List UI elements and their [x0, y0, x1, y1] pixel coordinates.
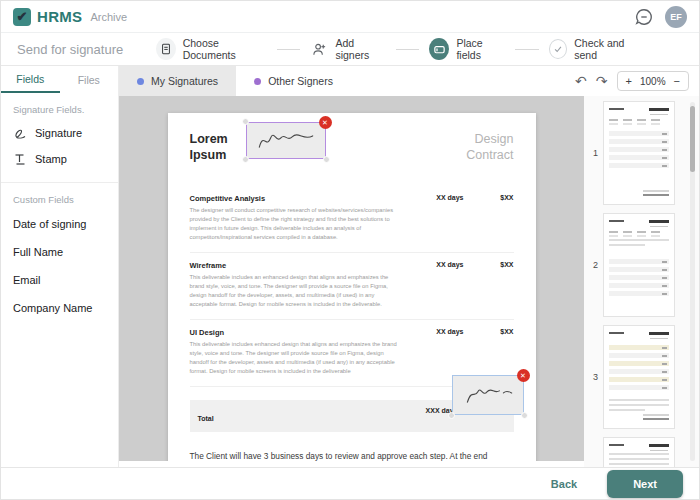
next-button[interactable]: Next — [607, 470, 683, 498]
thumb-meta — [609, 119, 669, 121]
tab-label: My Signatures — [151, 75, 218, 87]
page-thumbnail-preview[interactable] — [603, 213, 675, 317]
tab-fields[interactable]: Fields — [1, 66, 60, 93]
tab-my-signatures[interactable]: My Signatures — [119, 66, 236, 96]
signature-field-my-signature[interactable]: ✕ — [246, 122, 326, 159]
thumb-paragraph — [609, 239, 669, 249]
zoom-level: 100% — [640, 76, 666, 87]
document-subtitle: Design Contract — [452, 131, 514, 164]
document-sections: Competitive Analysis The designer will c… — [190, 186, 514, 387]
step-choose-documents[interactable]: Choose Documents — [156, 37, 267, 61]
resize-handle[interactable] — [448, 412, 455, 419]
field-item-date-of-signing[interactable]: Date of signing — [1, 210, 118, 238]
page-thumbnail-2: 2 — [588, 213, 699, 317]
person-add-icon — [310, 39, 328, 59]
document-header: Lorem Ipsum Design Contract — [190, 131, 514, 164]
section-days: XX days — [436, 328, 463, 335]
signature-field-other-signer[interactable]: ✕ — [452, 375, 524, 415]
step-label: Add signers — [335, 37, 385, 61]
sidebar-divider — [1, 182, 118, 183]
section-days: XX days — [436, 261, 463, 268]
page-title: Send for signature — [17, 42, 156, 57]
page-thumbnail-preview[interactable] — [603, 325, 675, 429]
thumbnails-panel: 1 2 — [584, 96, 699, 467]
section-price: $XX — [500, 261, 513, 268]
delete-signature-icon[interactable]: ✕ — [517, 369, 530, 382]
section-title: Wireframe — [190, 261, 514, 270]
toolbar-controls: ↶ ↷ + 100% − — [575, 66, 699, 96]
section-body: This deliverable includes an enhanced de… — [190, 273, 398, 310]
delete-signature-icon[interactable]: ✕ — [319, 116, 332, 129]
section-title: UI Design — [190, 328, 514, 337]
step-check-and-send[interactable]: Check and send — [549, 37, 643, 61]
thumb-header — [609, 444, 669, 447]
redo-icon[interactable]: ↷ — [596, 74, 608, 88]
stepper: Choose Documents Add signers — [156, 37, 683, 61]
step-connector — [277, 49, 301, 50]
place-fields-icon — [429, 38, 449, 60]
custom-fields-title: Custom Fields — [13, 194, 106, 205]
section-price: $XX — [500, 194, 513, 201]
thumb-header — [609, 220, 669, 223]
resize-handle[interactable] — [323, 156, 330, 163]
field-item-email[interactable]: Email — [1, 266, 118, 294]
document-page: Lorem Ipsum Design Contract ✕ — [168, 113, 536, 461]
step-place-fields[interactable]: Place fields — [429, 37, 505, 61]
app-window: ✔ HRMS Archive EF Send for signature — [0, 0, 700, 500]
page-thumbnail-3: 3 — [588, 325, 699, 429]
total-label: Total — [198, 415, 214, 422]
resize-handle[interactable] — [242, 156, 249, 163]
tab-other-signers[interactable]: Other Signers — [236, 66, 351, 96]
thumbnails-scrollbar-thumb[interactable] — [690, 106, 695, 172]
step-bar: Send for signature Choose Documents — [1, 33, 699, 66]
other-signers-dot-icon — [254, 78, 261, 85]
tab-files[interactable]: Files — [60, 66, 119, 93]
step-add-signers[interactable]: Add signers — [310, 37, 385, 61]
chat-icon[interactable] — [635, 8, 653, 26]
field-item-company-name[interactable]: Company Name — [1, 294, 118, 322]
document-canvas: Lorem Ipsum Design Contract ✕ — [119, 96, 584, 461]
editor-body: Lorem Ipsum Design Contract ✕ — [119, 96, 699, 467]
page-thumbnail-preview[interactable] — [603, 437, 675, 467]
step-connector — [396, 49, 420, 50]
section-days: XX days — [436, 194, 463, 201]
zoom-out-button[interactable]: − — [674, 75, 680, 87]
undo-icon[interactable]: ↶ — [575, 74, 587, 88]
signature-pen-icon — [13, 126, 27, 140]
page-number: 2 — [588, 260, 598, 270]
field-item-label: Signature — [35, 127, 82, 139]
section-price: $XX — [500, 328, 513, 335]
avatar[interactable]: EF — [665, 6, 687, 28]
review-paragraph: The Client will have 3 business days to … — [190, 450, 492, 461]
tab-label: Other Signers — [268, 75, 333, 87]
section-wireframe: Wireframe This deliverable includes an e… — [190, 253, 514, 320]
page-thumbnail-preview[interactable] — [603, 101, 675, 205]
signature-stroke — [247, 123, 325, 158]
back-button[interactable]: Back — [551, 478, 577, 490]
field-item-full-name[interactable]: Full Name — [1, 238, 118, 266]
field-item-signature[interactable]: Signature — [1, 120, 118, 146]
field-item-stamp[interactable]: Stamp — [1, 146, 118, 172]
zoom-control: + 100% − — [617, 71, 689, 91]
zoom-in-button[interactable]: + — [626, 75, 632, 87]
brand-name: HRMS — [37, 8, 82, 25]
document-title: Lorem Ipsum — [190, 131, 242, 164]
field-item-label: Stamp — [35, 153, 67, 165]
thumb-header — [609, 332, 669, 335]
thumb-signature — [643, 190, 669, 198]
topbar-actions: EF — [635, 6, 687, 28]
page-number: 3 — [588, 372, 598, 382]
thumb-table — [609, 131, 669, 171]
sidebar-tabs: Fields Files — [1, 66, 118, 93]
step-label: Check and send — [574, 37, 643, 61]
thumb-meta — [609, 231, 669, 233]
resize-handle[interactable] — [242, 118, 249, 125]
section-competitive-analysis: Competitive Analysis The designer will c… — [190, 186, 514, 253]
signature-stroke — [453, 376, 523, 414]
brand-logo-icon: ✔ — [13, 8, 31, 26]
topbar: ✔ HRMS Archive EF — [1, 1, 699, 33]
my-signatures-dot-icon — [137, 78, 144, 85]
thumb-pricing-table — [609, 345, 669, 393]
brand[interactable]: ✔ HRMS Archive — [13, 8, 127, 26]
resize-handle[interactable] — [521, 412, 528, 419]
